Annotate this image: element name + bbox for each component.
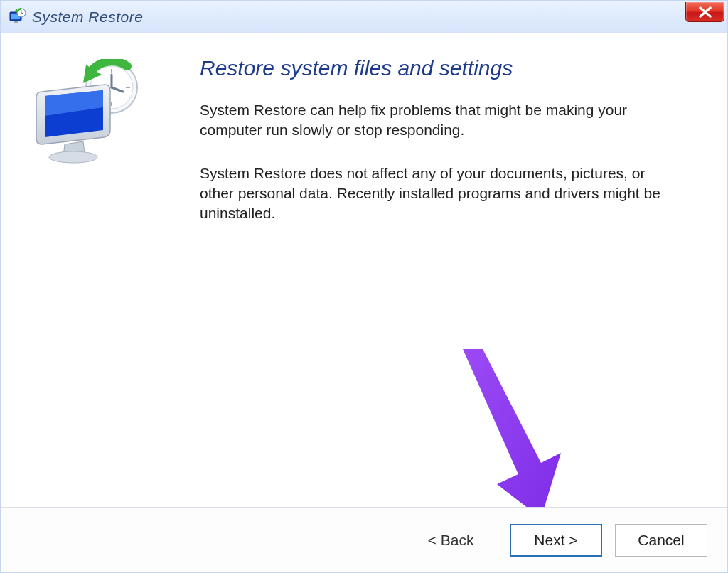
svg-rect-2	[14, 21, 18, 23]
system-restore-icon	[8, 8, 26, 26]
cancel-button-label: Cancel	[638, 532, 684, 549]
next-button[interactable]: Next >	[510, 524, 602, 557]
body-text: Restore system files and settings System…	[196, 55, 696, 507]
content-area: Restore system files and settings System…	[1, 33, 727, 507]
close-button[interactable]	[685, 2, 724, 22]
cancel-button[interactable]: Cancel	[615, 524, 707, 557]
svg-point-14	[49, 151, 97, 163]
back-button-label: < Back	[428, 532, 474, 549]
intro-paragraph-1: System Restore can help fix problems tha…	[200, 100, 683, 139]
close-icon	[697, 6, 713, 18]
intro-paragraph-2: System Restore does not affect any of yo…	[200, 164, 683, 223]
titlebar[interactable]: System Restore	[1, 1, 727, 33]
back-button: < Back	[405, 524, 497, 557]
page-heading: Restore system files and settings	[200, 56, 696, 80]
restore-illustration	[32, 55, 196, 507]
window-title: System Restore	[32, 9, 143, 26]
next-button-label: Next >	[534, 532, 577, 549]
system-restore-window: System Restore	[0, 0, 728, 573]
wizard-footer: < Back Next > Cancel	[1, 507, 727, 572]
